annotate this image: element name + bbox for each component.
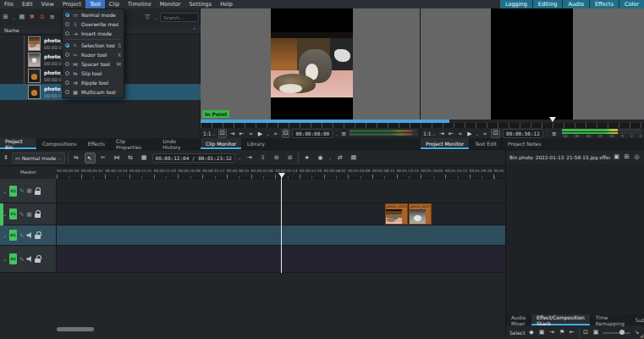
edit-track-icon[interactable]: ✎ xyxy=(19,187,24,194)
edit-track-icon[interactable]: ✎ xyxy=(19,256,24,263)
video-track-icon[interactable]: ▦ xyxy=(26,187,31,194)
menu-settings[interactable]: Settings xyxy=(184,0,216,8)
menu-timeline[interactable]: Timeline xyxy=(124,0,156,8)
record-button[interactable]: ◉ xyxy=(315,153,326,164)
show-keyframes-button[interactable]: ◎ xyxy=(633,153,641,162)
save-zone-button[interactable]: ▣ xyxy=(538,328,546,337)
menu-item-spacer-tool[interactable]: ⋈ Spacer tool M xyxy=(63,59,124,69)
tab-time-remapping[interactable]: Time Remapping xyxy=(591,314,630,325)
fullscreen-button[interactable]: ⊡ xyxy=(282,129,290,138)
switch-target-button[interactable]: ⇄ xyxy=(334,153,345,164)
project-monitor-playhead[interactable] xyxy=(549,117,556,122)
play-options-chevron-icon[interactable]: ⌄ xyxy=(476,131,479,136)
filter-chevron-icon[interactable]: ⌄ xyxy=(154,15,157,20)
master-track-label[interactable]: Master xyxy=(0,166,57,179)
tab-clip-monitor[interactable]: Clip Monitor xyxy=(201,138,242,149)
tab-library[interactable]: Library xyxy=(242,138,271,149)
video-track-icon[interactable]: ▦ xyxy=(26,211,31,218)
menu-edit[interactable]: Edit xyxy=(18,0,37,8)
spin-down-icon[interactable]: ⌄ xyxy=(335,134,338,137)
tab-audio-mixer[interactable]: Audio Mixer xyxy=(506,314,531,325)
menu-item-normal-mode[interactable]: ▭ Normal mode xyxy=(63,10,124,19)
track-height-button[interactable]: ⇕ xyxy=(3,154,9,161)
track-header-a1[interactable]: ⌄ A1 ✎ xyxy=(0,225,57,245)
audio-track-icon[interactable] xyxy=(26,232,32,238)
edit-mode-combo[interactable]: ▭ Normal mode ⌄ xyxy=(12,153,65,164)
tab-compositions[interactable]: Compositions xyxy=(37,138,83,149)
play-options-chevron-icon[interactable]: ⌄ xyxy=(267,131,270,136)
menu-file[interactable]: File xyxy=(0,0,18,8)
lock-icon[interactable] xyxy=(35,187,41,195)
tab-text-edit[interactable]: Text Edit xyxy=(470,138,503,149)
menu-item-insert-mode[interactable]: ⇥ Insert mode xyxy=(63,29,124,38)
timecode-spinner[interactable]: ⌃⌄ xyxy=(335,131,338,136)
play-button[interactable]: ▶ xyxy=(257,131,264,137)
multicam-tool-button[interactable]: ▦ xyxy=(139,153,150,164)
monitor-menu-button[interactable]: ≡ xyxy=(551,131,558,137)
project-monitor-viewport[interactable] xyxy=(421,8,644,119)
track-header-v2[interactable]: ⌄ V2 ✎ ▦ xyxy=(0,179,57,203)
workspace-logging[interactable]: Logging xyxy=(500,0,532,8)
favorite-effects-button[interactable]: ★ xyxy=(301,153,312,164)
menu-item-razor-tool[interactable]: ✂ Razor tool X xyxy=(63,50,124,59)
duplicate-clip-button[interactable]: ⧉ xyxy=(38,13,46,22)
tab-subtitles[interactable]: Subtitles xyxy=(630,314,644,325)
clip-monitor-timecode[interactable]: 00:00:00:00 xyxy=(292,129,333,138)
set-in-point-button[interactable]: ⇥ xyxy=(229,131,236,137)
spin-down-icon[interactable]: ⌄ xyxy=(546,134,548,137)
timeline-clip-2[interactable]: photo_2021- xyxy=(409,203,432,225)
track-label-v2[interactable]: V2 xyxy=(9,186,17,197)
monitor-menu-button[interactable]: ≡ xyxy=(340,131,347,137)
lock-icon[interactable] xyxy=(35,255,41,263)
workspace-effects[interactable]: Effects xyxy=(590,0,619,8)
flag-button[interactable]: ⚑ xyxy=(559,328,566,337)
forward-button[interactable]: » xyxy=(272,131,279,137)
search-input[interactable] xyxy=(160,13,199,22)
menu-project[interactable]: Project xyxy=(58,0,85,8)
menu-view[interactable]: View xyxy=(36,0,58,8)
track-header-a2[interactable]: ⌄ A2 ✎ xyxy=(0,246,57,272)
lift-zone-button[interactable]: ⊘ xyxy=(284,153,295,164)
timeline-horizontal-scrollbar[interactable] xyxy=(57,327,94,331)
timeline-zoom-slider[interactable] xyxy=(603,332,631,334)
collapse-track-icon[interactable]: ⌄ xyxy=(3,256,7,262)
menu-item-slip-tool[interactable]: ⇆ Slip tool xyxy=(63,69,124,78)
track-header-v1[interactable]: ⌄ V1 ✎ ▦ xyxy=(0,203,57,225)
zone-in-button[interactable]: ⇥ xyxy=(548,328,556,337)
filter-button[interactable]: ▽ xyxy=(144,13,151,22)
menu-monitor[interactable]: Monitor xyxy=(156,0,185,8)
forward-button[interactable]: » xyxy=(482,131,488,137)
menu-item-multicam-tool[interactable]: ▦ Multicam tool xyxy=(63,87,124,97)
bin-view-button[interactable]: ≡ xyxy=(48,13,56,22)
set-out-point-button[interactable]: ⇤ xyxy=(448,131,454,137)
overwrite-zone-button[interactable]: ⇩ xyxy=(257,153,268,164)
tab-undo-history[interactable]: Undo History xyxy=(157,138,201,149)
menu-tool[interactable]: Tool xyxy=(85,0,105,8)
edit-track-icon[interactable]: ✎ xyxy=(19,211,24,218)
tab-effects[interactable]: Effects xyxy=(83,138,111,149)
track-label-a2[interactable]: A2 xyxy=(9,253,17,264)
record-chevron-icon[interactable]: ⌄ xyxy=(328,155,332,160)
timecode-chevron-icon[interactable]: ⌄ xyxy=(238,155,241,160)
effect-stack-empty-area[interactable] xyxy=(506,164,644,314)
collapse-track-icon[interactable]: ⌄ xyxy=(3,232,7,238)
play-button[interactable]: ▶ xyxy=(466,131,473,137)
create-folder-button[interactable]: ▤ xyxy=(18,13,25,22)
project-monitor-timecode[interactable]: 00:00:50:12 xyxy=(503,129,543,138)
show-mixer-button[interactable]: ▤ xyxy=(348,153,359,164)
collapse-track-icon[interactable]: ⌄ xyxy=(3,188,7,194)
timeline-ruler[interactable]: 00:00:00:00 00:00:05:07 00:00:10:14 00:0… xyxy=(0,166,505,179)
effect-grid-button[interactable]: ⊞ xyxy=(623,153,630,162)
razor-tool-button[interactable]: ✂ xyxy=(98,153,109,164)
mix-clips-button[interactable]: ⇋ xyxy=(71,153,82,164)
menu-help[interactable]: Help xyxy=(216,0,237,8)
lock-icon[interactable] xyxy=(35,231,41,239)
timeline-clip-1[interactable]: photo_2021- xyxy=(385,203,408,225)
rewind-button[interactable]: « xyxy=(457,131,464,137)
set-out-point-button[interactable]: ⇤ xyxy=(239,131,245,137)
slider-handle[interactable] xyxy=(619,330,625,335)
fullscreen-button[interactable]: ⊡ xyxy=(491,129,500,138)
set-in-point-button[interactable]: ⇥ xyxy=(438,131,445,137)
save-effect-button[interactable]: ▣ xyxy=(613,153,620,162)
timecode-spinner[interactable]: ⌃⌄ xyxy=(546,131,548,136)
